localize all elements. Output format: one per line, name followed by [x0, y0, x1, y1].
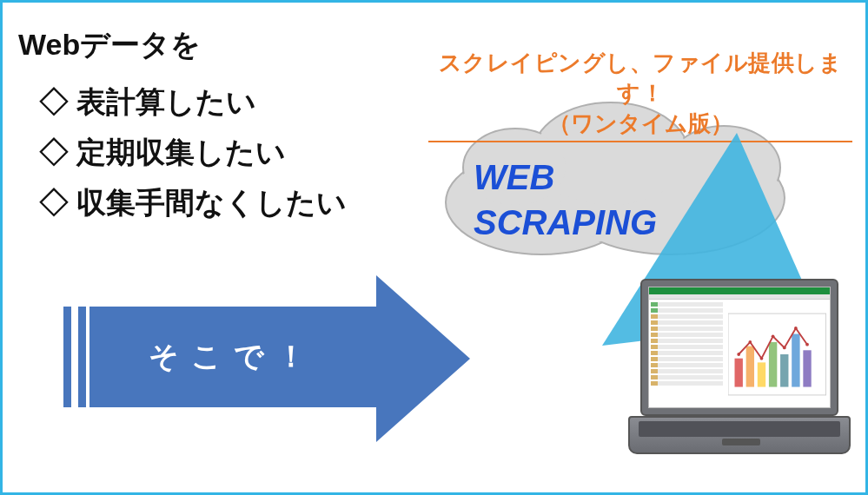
svg-point-25 [806, 343, 810, 346]
svg-point-22 [772, 334, 775, 338]
list-item: ◇ 表計算したい [39, 82, 347, 122]
arrow-body: そこで！ [89, 307, 376, 407]
orange-heading: スクレイピングし、ファイル提供します！ （ワンタイム版） [428, 48, 852, 142]
svg-point-24 [794, 327, 798, 330]
svg-point-21 [760, 357, 764, 360]
arrow-stripes-icon [63, 307, 93, 407]
chart-icon [725, 300, 830, 407]
svg-point-20 [749, 340, 752, 344]
spreadsheet-icon [648, 287, 831, 408]
web-scraping-title: WEB SCRAPING [474, 155, 657, 245]
list-item: ◇ 収集手間なくしたい [39, 183, 347, 223]
svg-rect-16 [780, 354, 788, 387]
svg-rect-15 [769, 342, 777, 387]
left-title: Webデータを [18, 25, 201, 65]
ws-line2: SCRAPING [474, 200, 657, 245]
laptop-icon [628, 279, 851, 468]
ws-line1: WEB [474, 155, 657, 200]
left-list: ◇ 表計算したい ◇ 定期収集したい ◇ 収集手間なくしたい [39, 72, 347, 234]
svg-point-19 [738, 353, 741, 356]
svg-rect-18 [804, 350, 812, 386]
arrow-head-icon [376, 275, 470, 442]
arrow-label: そこで！ [149, 337, 318, 377]
svg-rect-17 [792, 334, 800, 387]
svg-rect-12 [735, 359, 743, 387]
svg-point-23 [783, 346, 786, 350]
svg-rect-13 [746, 346, 754, 387]
list-item: ◇ 定期収集したい [39, 133, 347, 173]
svg-rect-14 [758, 362, 765, 386]
orange-line1: スクレイピングし、ファイル提供します！ [428, 48, 852, 109]
